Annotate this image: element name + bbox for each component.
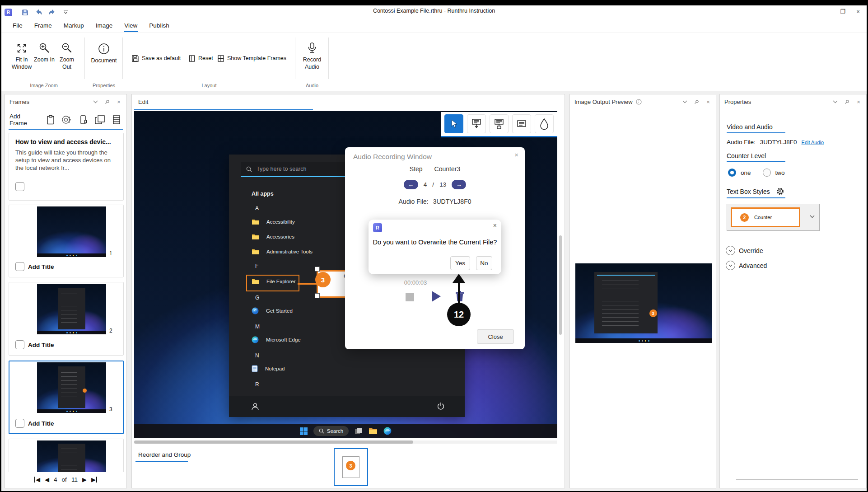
app-item-file-explorer[interactable]: File Explorer xyxy=(252,278,296,285)
close-icon[interactable]: × xyxy=(855,99,862,105)
edit-canvas[interactable]: Type here to search All apps A Accessibi… xyxy=(134,111,557,438)
chevron-down-icon[interactable] xyxy=(810,215,815,218)
frame-intro-checkbox[interactable] xyxy=(15,182,24,191)
app-item-accessories[interactable]: Accessories xyxy=(252,234,294,240)
frame-card-intro[interactable]: How to view and access devic... This gui… xyxy=(9,133,124,201)
edge-taskbar-button[interactable] xyxy=(383,427,392,435)
previous-page-button[interactable]: ◀ xyxy=(45,477,49,483)
close-icon[interactable]: × xyxy=(116,99,122,105)
group-thumbnail-selected[interactable]: 3 xyxy=(334,448,368,486)
start-button[interactable] xyxy=(300,427,308,435)
zoom-out-button[interactable]: Zoom Out xyxy=(56,38,77,77)
frames-panel-title: Frames xyxy=(9,98,29,105)
user-profile-button[interactable] xyxy=(251,402,260,411)
textbox-callout-tool-button[interactable] xyxy=(490,114,509,133)
chevron-down-icon[interactable] xyxy=(832,99,838,105)
step-label: Step xyxy=(410,165,423,173)
menu-file[interactable]: File xyxy=(8,20,28,31)
capture-frame-button[interactable] xyxy=(61,114,72,126)
selection-handle[interactable] xyxy=(315,293,320,298)
counter-level-two-radio[interactable] xyxy=(763,169,771,177)
task-view-button[interactable] xyxy=(355,427,363,435)
next-page-button[interactable]: ▶ xyxy=(82,477,87,483)
pin-icon[interactable] xyxy=(844,99,850,105)
frame-card-1[interactable]: 1 Add Title xyxy=(9,205,124,277)
vertical-scrollbar-thumb[interactable] xyxy=(559,235,562,335)
close-icon[interactable]: × xyxy=(705,99,711,105)
no-button[interactable]: No xyxy=(476,256,492,270)
app-item-get-started[interactable]: Get Started xyxy=(252,307,293,314)
last-page-button[interactable]: ▶ xyxy=(91,477,97,483)
delete-recording-button[interactable] xyxy=(455,290,465,302)
close-icon[interactable]: × xyxy=(514,151,518,159)
show-template-frames-button[interactable]: Show Template Frames xyxy=(215,52,288,65)
device-frame-button[interactable] xyxy=(78,114,89,126)
override-section-toggle[interactable]: Override xyxy=(726,246,763,255)
first-page-button[interactable]: ◀ xyxy=(34,477,40,483)
textbox-tool-button[interactable] xyxy=(512,114,531,133)
overwrite-prompt-dialog[interactable]: R × Do you want to Overwrite the Current… xyxy=(369,220,501,274)
edit-audio-link[interactable]: Edit Audio xyxy=(802,140,824,145)
pin-icon[interactable] xyxy=(104,99,110,105)
yes-button[interactable]: Yes xyxy=(450,256,470,270)
taskbar-search[interactable]: Search xyxy=(313,426,349,436)
previous-step-button[interactable]: ← xyxy=(404,180,418,189)
paste-frame-button[interactable] xyxy=(45,114,56,126)
frame-card-3-selected[interactable]: 3 Add Title xyxy=(9,361,124,434)
frame-card-2[interactable]: 2 Add Title xyxy=(9,282,124,356)
add-title-checkbox[interactable] xyxy=(15,262,24,271)
blank-frame-button[interactable] xyxy=(94,114,105,126)
horizontal-scrollbar-thumb[interactable] xyxy=(134,440,413,444)
minimize-button[interactable]: – xyxy=(820,5,835,17)
text-box-styles-settings-button[interactable] xyxy=(776,187,784,195)
document-properties-button[interactable]: Document xyxy=(90,38,118,77)
chevron-down-icon[interactable] xyxy=(92,99,98,105)
zoom-in-button[interactable]: Zoom In xyxy=(34,38,55,77)
audio-recording-dialog[interactable]: Audio Recording Window × Step Counter3 ←… xyxy=(345,147,525,349)
save-as-default-button[interactable]: Save as default xyxy=(130,52,182,65)
app-item-notepad[interactable]: Notepad xyxy=(252,365,285,372)
maximize-button[interactable]: ❐ xyxy=(835,5,850,17)
menu-view[interactable]: View xyxy=(119,20,142,31)
select-tool-button[interactable] xyxy=(444,114,463,133)
counter-level-one-radio[interactable] xyxy=(728,169,736,177)
advanced-section-toggle[interactable]: Advanced xyxy=(726,261,767,270)
menu-publish[interactable]: Publish xyxy=(144,20,174,31)
add-title-checkbox[interactable] xyxy=(15,340,24,349)
fit-in-window-button[interactable]: Fit in Window xyxy=(9,38,34,77)
letter-header[interactable]: R xyxy=(255,381,259,388)
add-title-checkbox[interactable] xyxy=(15,419,24,428)
menu-frame[interactable]: Frame xyxy=(29,20,57,31)
close-button[interactable]: × xyxy=(850,5,866,17)
chevron-down-icon[interactable] xyxy=(681,99,688,105)
letter-header[interactable]: A xyxy=(255,205,259,211)
app-item-administrative-tools[interactable]: Administrative Tools xyxy=(252,248,313,255)
text-box-style-dropdown[interactable]: 2 Counter xyxy=(727,204,820,231)
file-explorer-taskbar-button[interactable] xyxy=(369,427,378,435)
blur-tool-button[interactable] xyxy=(535,114,554,133)
selection-handle[interactable] xyxy=(315,267,320,272)
letter-header[interactable]: M xyxy=(255,323,260,330)
menu-image[interactable]: Image xyxy=(91,20,118,31)
pin-icon[interactable] xyxy=(693,99,700,105)
power-button[interactable] xyxy=(437,402,445,410)
horizontal-scrollbar[interactable] xyxy=(134,440,557,444)
dialog-close-button[interactable]: Close xyxy=(477,329,514,344)
letter-header[interactable]: G xyxy=(255,295,259,301)
play-button[interactable] xyxy=(432,291,441,302)
reset-layout-button[interactable]: Reset xyxy=(187,52,215,65)
frame-card-4-partial[interactable] xyxy=(9,439,124,473)
letter-header[interactable]: F xyxy=(255,263,258,269)
next-step-button[interactable]: → xyxy=(452,180,466,189)
edit-tab[interactable]: Edit xyxy=(138,98,148,105)
textbox-arrow-tool-button[interactable] xyxy=(467,114,486,133)
reorder-group-label[interactable]: Reorder and Group xyxy=(138,451,191,458)
list-frame-button[interactable] xyxy=(111,114,122,126)
record-audio-button[interactable]: Record Audio xyxy=(300,38,324,77)
menu-markup[interactable]: Markup xyxy=(59,20,89,31)
app-item-accessibility[interactable]: Accessibility xyxy=(252,219,295,225)
app-item-microsoft-edge[interactable]: Microsoft Edge xyxy=(252,336,301,343)
stop-button[interactable] xyxy=(406,293,414,301)
close-icon[interactable]: × xyxy=(493,222,497,229)
letter-header[interactable]: N xyxy=(255,352,259,359)
